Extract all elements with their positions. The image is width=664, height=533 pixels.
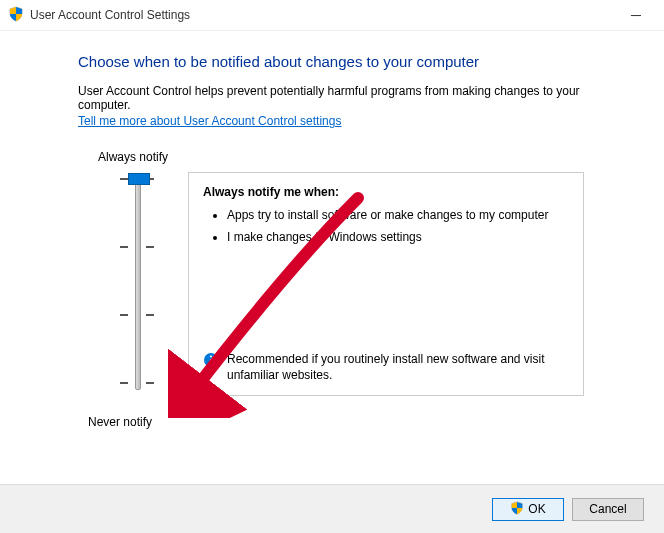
window-title: User Account Control Settings (30, 8, 190, 22)
slider-label-top: Always notify (98, 150, 168, 164)
recommendation-text: Recommended if you routinely install new… (227, 351, 569, 383)
info-icon (203, 352, 219, 371)
uac-settings-window: User Account Control Settings ─ Choose w… (0, 0, 664, 533)
slider-thumb[interactable] (128, 173, 150, 185)
titlebar: User Account Control Settings ─ (0, 0, 664, 31)
panel-bullet: Apps try to install software or make cha… (227, 207, 569, 223)
panel-bullet-list: Apps try to install software or make cha… (203, 207, 569, 245)
minimize-button[interactable]: ─ (616, 7, 656, 23)
svg-rect-1 (210, 359, 212, 364)
notification-slider[interactable] (120, 172, 154, 392)
panel-title: Always notify me when: (203, 185, 569, 199)
detail-panel: Always notify me when: Apps try to insta… (188, 172, 584, 396)
cancel-button-label: Cancel (589, 502, 626, 516)
svg-point-2 (210, 355, 212, 357)
panel-bullet: I make changes to Windows settings (227, 229, 569, 245)
ok-button[interactable]: OK (492, 498, 564, 521)
recommendation-row: Recommended if you routinely install new… (203, 351, 569, 383)
shield-icon (8, 6, 24, 25)
page-description: User Account Control helps prevent poten… (78, 84, 642, 112)
learn-more-link[interactable]: Tell me more about User Account Control … (78, 114, 341, 128)
cancel-button[interactable]: Cancel (572, 498, 644, 521)
body-area: Always notify Never notify Always notify… (78, 150, 642, 470)
content-area: Choose when to be notified about changes… (0, 31, 664, 470)
ok-button-label: OK (528, 502, 545, 516)
page-heading: Choose when to be notified about changes… (78, 53, 642, 70)
dialog-footer: OK Cancel (0, 484, 664, 533)
slider-track (135, 176, 141, 390)
slider-label-bottom: Never notify (88, 415, 152, 429)
shield-icon (510, 501, 524, 518)
